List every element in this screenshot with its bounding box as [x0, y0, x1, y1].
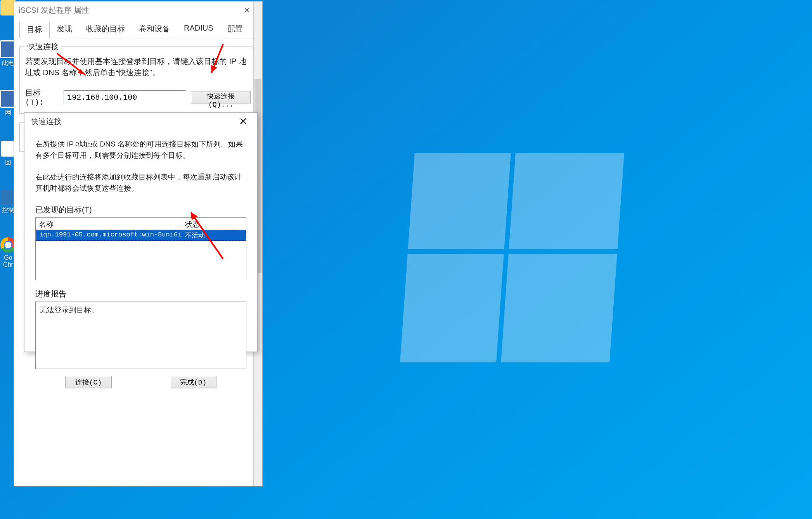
- tab-favorites[interactable]: 收藏的目标: [79, 21, 132, 38]
- target-row[interactable]: iqn.1991-05.com.microsoft:win-5uni6i7ofk…: [36, 230, 246, 241]
- progress-text: 无法登录到目标。: [40, 306, 99, 314]
- windows-logo: [400, 153, 624, 362]
- listbox-header: 名称 状态: [36, 218, 246, 230]
- progress-label: 进度报告: [35, 289, 246, 299]
- tabs: 目标 发现 收藏的目标 卷和设备 RADIUS 配置: [14, 19, 262, 38]
- tab-radius[interactable]: RADIUS: [177, 21, 220, 38]
- window-title: iSCSI 发起程序 属性: [19, 5, 236, 16]
- column-name[interactable]: 名称: [36, 218, 182, 229]
- quick-connect-dialog: 快速连接 ✕ 在所提供 IP 地址或 DNS 名称处的可用连接目标如下所列。如果…: [24, 112, 258, 352]
- target-input[interactable]: [64, 90, 186, 104]
- discovered-targets-label: 已发现的目标(T): [35, 205, 246, 215]
- qc-titlebar[interactable]: 快速连接 ✕: [24, 113, 257, 130]
- qc-paragraph-1: 在所提供 IP 地址或 DNS 名称处的可用连接目标如下所列。如果有多个目标可用…: [35, 139, 246, 161]
- titlebar[interactable]: iSCSI 发起程序 属性 ✕: [14, 2, 262, 19]
- connect-button[interactable]: 连接(C): [65, 376, 112, 388]
- quick-connect-help: 若要发现目标并使用基本连接登录到目标，请键入该目标的 IP 地址或 DNS 名称…: [25, 56, 251, 78]
- done-button[interactable]: 完成(D): [170, 376, 216, 388]
- target-row-name: iqn.1991-05.com.microsoft:win-5uni6i7ofk…: [36, 230, 182, 240]
- column-state[interactable]: 状态: [182, 218, 246, 229]
- tab-discovery[interactable]: 发现: [50, 21, 79, 38]
- quick-connect-group: 快速连接 若要发现目标并使用基本连接登录到目标，请键入该目标的 IP 地址或 D…: [19, 41, 257, 114]
- close-icon[interactable]: ✕: [235, 114, 251, 129]
- quick-connect-legend: 快速连接: [25, 41, 61, 52]
- progress-report: 无法登录到目标。: [35, 302, 246, 369]
- qc-paragraph-2: 在此处进行的连接将添加到收藏目标列表中，每次重新启动该计算机时都将会试恢复这些连…: [35, 172, 246, 194]
- target-row-state: 不活动: [182, 230, 246, 240]
- discovered-targets-listbox[interactable]: 名称 状态 iqn.1991-05.com.microsoft:win-5uni…: [35, 217, 246, 280]
- quick-connect-button[interactable]: 快速连接(Q)...: [191, 91, 251, 103]
- tab-volumes[interactable]: 卷和设备: [132, 21, 177, 38]
- tab-config[interactable]: 配置: [220, 21, 250, 38]
- tab-target[interactable]: 目标: [19, 22, 50, 38]
- target-label: 目标(T):: [25, 88, 59, 107]
- qc-title: 快速连接: [31, 116, 235, 127]
